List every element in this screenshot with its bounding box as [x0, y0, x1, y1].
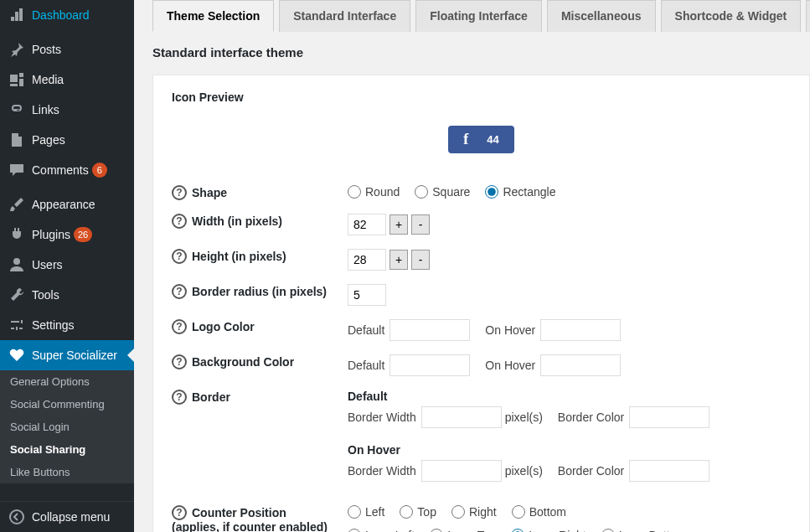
sidebar-item-dashboard[interactable]: Dashboard — [0, 0, 134, 30]
sidebar-label: Dashboard — [32, 8, 90, 22]
sidebar-item-pages[interactable]: Pages — [0, 125, 134, 155]
counter-left[interactable]: Left — [348, 505, 384, 519]
height-minus-button[interactable]: - — [411, 250, 430, 270]
sidebar-item-plugins[interactable]: Plugins 26 — [0, 220, 134, 250]
brush-icon — [8, 196, 25, 213]
help-icon[interactable]: ? — [172, 505, 187, 520]
tab-miscellaneous[interactable]: Miscellaneous — [547, 0, 656, 32]
height-input[interactable] — [348, 249, 386, 271]
comments-badge: 6 — [92, 163, 107, 178]
help-icon[interactable]: ? — [172, 319, 187, 334]
border-width-default-input[interactable] — [421, 406, 502, 428]
section-title: Standard interface theme — [134, 32, 810, 75]
default-label: Default — [348, 359, 384, 372]
tab-troubleshoot[interactable]: Trou — [806, 0, 810, 32]
border-default-heading: Default — [348, 390, 791, 403]
border-color-label: Border Color — [558, 411, 624, 424]
help-icon[interactable]: ? — [172, 354, 187, 369]
sidebar-item-tools[interactable]: Tools — [0, 280, 134, 310]
shape-round[interactable]: Round — [348, 185, 400, 199]
border-color-hover-input[interactable] — [629, 460, 709, 482]
height-plus-button[interactable]: + — [390, 250, 408, 270]
shape-rectangle[interactable]: Rectangle — [485, 185, 555, 199]
radius-input[interactable] — [348, 284, 386, 306]
dashboard-icon — [8, 7, 25, 23]
settings-panel: Icon Preview f 44 ?Shape Round Square Re… — [152, 75, 810, 532]
shape-label: Shape — [192, 186, 227, 199]
counter-inner-bottom[interactable]: Inner Bottom — [601, 529, 686, 532]
subitem-social-login[interactable]: Social Login — [0, 416, 134, 438]
logo-color-label: Logo Color — [192, 320, 255, 333]
sidebar-label: Posts — [32, 43, 61, 56]
logo-color-hover-input[interactable] — [540, 319, 621, 341]
subitem-social-commenting[interactable]: Social Commenting — [0, 393, 134, 416]
counter-right[interactable]: Right — [451, 505, 497, 519]
subitem-general-options[interactable]: General Options — [0, 370, 134, 393]
border-color-default-input[interactable] — [629, 406, 709, 428]
sidebar-item-users[interactable]: Users — [0, 250, 134, 280]
counter-inner-top[interactable]: Inner Top — [430, 529, 496, 532]
collapse-menu[interactable]: Collapse menu — [0, 501, 134, 532]
width-plus-button[interactable]: + — [390, 214, 408, 235]
width-minus-button[interactable]: - — [411, 214, 430, 235]
comment-icon — [8, 162, 25, 178]
counter-inner-left[interactable]: Inner Left — [348, 529, 415, 532]
sidebar-item-super-socializer[interactable]: Super Socializer — [0, 340, 134, 370]
counter-bottom[interactable]: Bottom — [512, 505, 566, 519]
sidebar-item-posts[interactable]: Posts — [0, 34, 134, 65]
bg-color-default-input[interactable] — [390, 354, 470, 376]
svg-point-0 — [13, 258, 20, 265]
sidebar-label: Links — [32, 103, 59, 116]
row-width: ?Width (in pixels) + - — [172, 207, 791, 242]
tab-theme-selection[interactable]: Theme Selection — [152, 0, 274, 32]
sidebar-item-appearance[interactable]: Appearance — [0, 189, 134, 220]
sidebar-label: Tools — [32, 288, 59, 302]
help-icon[interactable]: ? — [172, 284, 187, 299]
sidebar-label: Users — [32, 258, 63, 271]
shape-square[interactable]: Square — [415, 185, 470, 199]
border-width-hover-input[interactable] — [421, 460, 502, 482]
sliders-icon — [8, 317, 25, 333]
pages-icon — [8, 132, 25, 148]
radius-label: Border radius (in pixels) — [192, 285, 327, 298]
subitem-like-buttons[interactable]: Like Buttons — [0, 461, 134, 483]
tabs: Theme Selection Standard Interface Float… — [134, 0, 810, 32]
width-input[interactable] — [348, 214, 386, 235]
media-icon — [8, 71, 25, 88]
plugins-badge: 26 — [74, 227, 92, 242]
sidebar-label: Media — [32, 73, 64, 86]
subitem-social-sharing[interactable]: Social Sharing — [0, 438, 134, 461]
help-icon[interactable]: ? — [172, 214, 187, 229]
wrench-icon — [8, 287, 25, 303]
tab-shortcode-widget[interactable]: Shortcode & Widget — [661, 0, 802, 32]
border-color-label: Border Color — [558, 464, 624, 478]
logo-color-default-input[interactable] — [390, 319, 470, 341]
sidebar-label: Super Socializer — [32, 349, 117, 362]
tab-standard-interface[interactable]: Standard Interface — [279, 0, 410, 32]
bg-color-hover-input[interactable] — [540, 354, 621, 376]
counter-inner-right[interactable]: Inner Right — [511, 529, 586, 532]
row-border-radius: ?Border radius (in pixels) — [172, 277, 791, 312]
height-label: Height (in pixels) — [192, 250, 286, 263]
border-width-label: Border Width — [348, 464, 416, 478]
pin-icon — [8, 41, 25, 58]
user-icon — [8, 256, 25, 273]
border-width-label: Border Width — [348, 411, 416, 424]
hover-label: On Hover — [485, 359, 535, 372]
sidebar-item-settings[interactable]: Settings — [0, 310, 134, 340]
pixels-label: pixel(s) — [505, 464, 543, 478]
row-logo-color: ?Logo Color Default On Hover — [172, 312, 791, 348]
icon-preview: f 44 — [172, 119, 791, 178]
row-background-color: ?Background Color Default On Hover — [172, 348, 791, 383]
row-shape: ?Shape Round Square Rectangle — [172, 178, 791, 207]
main-content: Theme Selection Standard Interface Float… — [134, 0, 810, 532]
help-icon[interactable]: ? — [172, 185, 187, 200]
counter-top[interactable]: Top — [400, 505, 436, 519]
sidebar-item-links[interactable]: Links — [0, 95, 134, 125]
tab-floating-interface[interactable]: Floating Interface — [415, 0, 542, 32]
help-icon[interactable]: ? — [172, 390, 187, 405]
sidebar-item-comments[interactable]: Comments 6 — [0, 155, 134, 185]
preview-count: 44 — [487, 133, 498, 146]
help-icon[interactable]: ? — [172, 249, 187, 264]
sidebar-item-media[interactable]: Media — [0, 65, 134, 95]
